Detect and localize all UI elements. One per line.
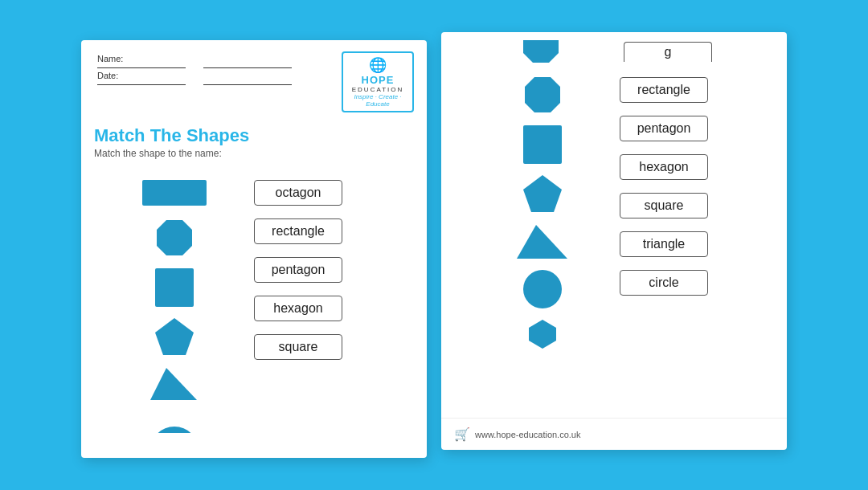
shape-octagon-partial [520, 40, 562, 64]
shape-octagon [154, 217, 195, 259]
label-partial-top: g [624, 42, 712, 62]
svg-marker-7 [525, 77, 560, 112]
right-shape-circle [522, 268, 563, 310]
right-label-square[interactable]: square [620, 193, 708, 218]
right-label-hexagon[interactable]: hexagon [620, 154, 708, 180]
right-page: g [441, 32, 787, 450]
hope-text: HOPE [350, 74, 406, 86]
name-underline [203, 51, 292, 68]
svg-rect-2 [155, 268, 194, 307]
right-label-pentagon[interactable]: pentagon [620, 116, 708, 141]
label-rectangle[interactable]: rectangle [254, 218, 342, 244]
label-hexagon[interactable]: hexagon [254, 296, 342, 321]
footer-cart-icon: 🛒 [454, 427, 470, 442]
label-pentagon[interactable]: pentagon [254, 257, 342, 283]
label-octagon[interactable]: octagon [254, 180, 342, 206]
svg-marker-10 [517, 225, 567, 259]
shapes-area: octagon rectangle pentagon hexagon squar… [81, 167, 427, 439]
right-shapes-column [465, 71, 620, 350]
date-label: Date: [97, 68, 186, 85]
page-title: Match The Shapes [81, 117, 427, 148]
shape-pentagon [154, 316, 195, 357]
shapes-column [94, 174, 254, 433]
pages-container: Name: Date: 🌐 HOPE EDUCATION Inspire · C… [81, 32, 787, 458]
svg-point-11 [523, 270, 562, 308]
svg-marker-12 [529, 320, 556, 349]
right-shape-octagon [522, 74, 563, 116]
footer-url: www.hope-education.co.uk [475, 430, 580, 439]
labels-column: octagon rectangle pentagon hexagon squar… [254, 174, 414, 433]
svg-rect-8 [523, 125, 562, 164]
right-shape-triangle [517, 222, 569, 260]
right-shape-pentagon [522, 174, 563, 214]
footer-bar: 🛒 www.hope-education.co.uk [441, 418, 787, 450]
right-shape-square [522, 124, 563, 165]
globe-icon: 🌐 [350, 56, 406, 74]
education-text: EDUCATION [350, 86, 406, 93]
shape-circle-partial [154, 409, 195, 433]
svg-marker-4 [150, 368, 197, 400]
left-page: Name: Date: 🌐 HOPE EDUCATION Inspire · C… [81, 40, 427, 458]
page-subtitle: Match the shape to the name: [81, 148, 427, 167]
right-shape-hexagon-small [526, 318, 559, 350]
right-label-triangle[interactable]: triangle [620, 231, 708, 257]
logo-box: 🌐 HOPE EDUCATION Inspire · Create · Educ… [342, 51, 414, 112]
svg-rect-0 [142, 180, 207, 206]
label-square[interactable]: square [254, 334, 342, 360]
svg-marker-1 [157, 220, 192, 255]
svg-marker-3 [155, 318, 194, 355]
header-bar: Name: Date: 🌐 HOPE EDUCATION Inspire · C… [81, 40, 427, 117]
top-partial: g [441, 32, 787, 64]
shape-triangle [150, 365, 199, 401]
right-labels-column: rectangle pentagon hexagon square triang… [620, 71, 774, 350]
right-label-rectangle[interactable]: rectangle [620, 77, 708, 103]
tagline-text: Inspire · Create · Educate [350, 93, 406, 108]
name-label: Name: [97, 51, 186, 68]
name-date-fields: Name: Date: [94, 51, 342, 85]
right-label-circle[interactable]: circle [620, 270, 708, 296]
svg-point-5 [154, 427, 195, 433]
svg-marker-6 [523, 40, 559, 63]
svg-marker-9 [523, 175, 562, 212]
shape-rectangle [142, 177, 207, 209]
date-underline [203, 68, 292, 85]
right-shapes-area: rectangle pentagon hexagon square triang… [441, 64, 787, 357]
shape-square [154, 267, 195, 308]
